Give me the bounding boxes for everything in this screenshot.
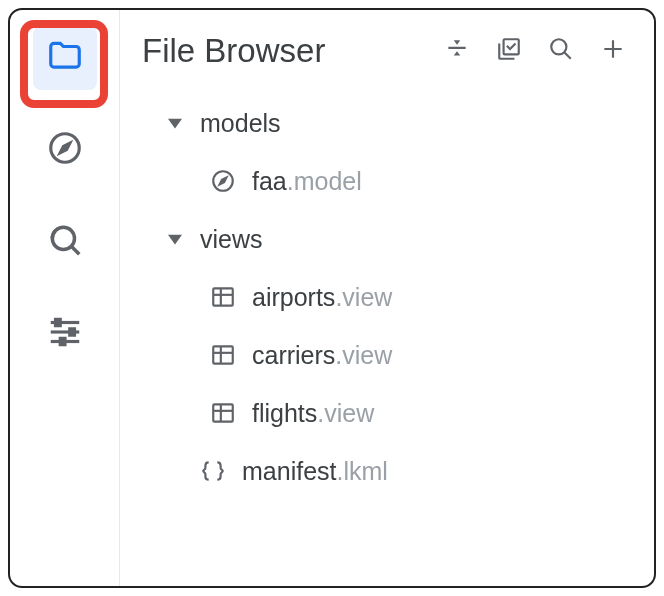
tree-file-carriers-view[interactable]: carriers.view (160, 326, 654, 384)
folder-icon (46, 37, 84, 79)
svg-line-13 (564, 52, 571, 59)
collapse-button[interactable] (442, 36, 472, 66)
svg-rect-8 (69, 329, 74, 335)
plus-icon (600, 36, 626, 66)
bulk-check-icon (496, 36, 522, 66)
bulk-check-button[interactable] (494, 36, 524, 66)
table-icon (208, 398, 238, 428)
file-label: carriers.view (252, 341, 392, 370)
svg-rect-26 (213, 404, 233, 421)
panel-header: File Browser (120, 10, 654, 84)
main-panel: File Browser (120, 10, 654, 586)
tree-folder-models[interactable]: models (160, 94, 654, 152)
file-tree: models faa.model views airports.view (120, 84, 654, 500)
svg-marker-1 (60, 143, 70, 153)
tree-file-faa-model[interactable]: faa.model (160, 152, 654, 210)
left-sidebar (10, 10, 120, 586)
compass-icon (46, 129, 84, 171)
table-icon (208, 340, 238, 370)
folder-label: models (200, 109, 281, 138)
file-label: flights.view (252, 399, 374, 428)
history-icon (46, 221, 84, 263)
svg-marker-18 (220, 178, 227, 185)
svg-rect-23 (213, 346, 233, 363)
folder-label: views (200, 225, 263, 254)
svg-rect-7 (55, 319, 60, 325)
svg-marker-19 (168, 235, 182, 245)
collapse-icon (444, 36, 470, 66)
chevron-down-icon (164, 112, 186, 134)
file-label: faa.model (252, 167, 362, 196)
sidebar-item-git-history[interactable] (33, 210, 97, 274)
panel-title: File Browser (142, 32, 442, 70)
svg-rect-20 (213, 288, 233, 305)
tree-file-airports-view[interactable]: airports.view (160, 268, 654, 326)
svg-point-12 (551, 39, 566, 54)
sidebar-item-settings[interactable] (33, 302, 97, 366)
braces-icon (198, 456, 228, 486)
sidebar-item-object-browser[interactable] (33, 118, 97, 182)
file-label: manifest.lkml (242, 457, 388, 486)
tree-file-manifest-lkml[interactable]: manifest.lkml (160, 442, 654, 500)
svg-line-3 (71, 246, 79, 254)
search-icon (548, 36, 574, 66)
sidebar-item-file-browser[interactable] (33, 26, 97, 90)
svg-rect-9 (60, 338, 65, 344)
add-button[interactable] (598, 36, 628, 66)
file-browser-panel: File Browser (8, 8, 656, 588)
tree-file-flights-view[interactable]: flights.view (160, 384, 654, 442)
table-icon (208, 282, 238, 312)
tree-folder-views[interactable]: views (160, 210, 654, 268)
svg-marker-16 (168, 119, 182, 129)
search-button[interactable] (546, 36, 576, 66)
chevron-down-icon (164, 228, 186, 250)
sliders-icon (46, 313, 84, 355)
toolbar (442, 36, 628, 66)
file-label: airports.view (252, 283, 392, 312)
compass-icon (208, 166, 238, 196)
